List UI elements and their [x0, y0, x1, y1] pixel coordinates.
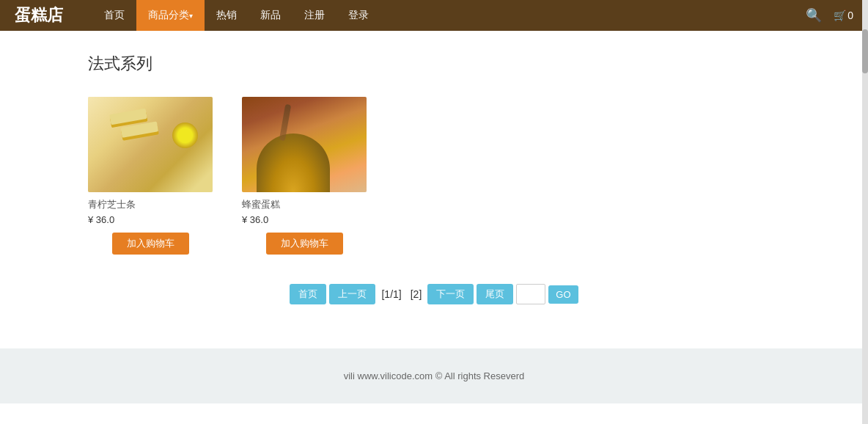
go-button[interactable]: GO [548, 285, 578, 304]
product-name: 蜂蜜蛋糕 [242, 198, 367, 211]
first-page-button[interactable]: 首页 [290, 284, 326, 304]
nav-category-label: 商品分类 [148, 9, 189, 22]
nav-new[interactable]: 新品 [249, 0, 293, 31]
nav-hot[interactable]: 热销 [205, 0, 249, 31]
main-content: 法式系列 青柠芝士条 ¥ 36.0 加入购物车 蜂蜜蛋糕 ¥ 36.0 加入购物… [0, 31, 868, 348]
site-logo: 蛋糕店 [15, 4, 63, 26]
main-nav: 首页 商品分类 ▾ 热销 新品 注册 登录 [92, 0, 380, 31]
cart-button[interactable]: 🛒 0 [834, 10, 853, 21]
product-name: 青柠芝士条 [88, 198, 213, 211]
product-image-lemon [88, 97, 213, 192]
site-footer: vili www.vilicode.com © All rights Resev… [0, 348, 868, 403]
last-page-button[interactable]: 尾页 [477, 284, 513, 304]
product-image-honey [242, 97, 367, 192]
page-current-info: [1/1] [378, 288, 404, 300]
product-card: 蜂蜜蛋糕 ¥ 36.0 加入购物车 [242, 97, 367, 255]
nav-login[interactable]: 登录 [336, 0, 380, 31]
footer-text: vili www.vilicode.com © All rights Resev… [344, 370, 525, 381]
scrollbar[interactable] [862, 0, 868, 403]
cart-icon: 🛒 [834, 10, 846, 21]
page-number-input[interactable] [516, 284, 545, 304]
chevron-down-icon: ▾ [189, 12, 193, 20]
product-image-visual [88, 97, 213, 192]
product-price: ¥ 36.0 [242, 214, 367, 225]
product-grid: 青柠芝士条 ¥ 36.0 加入购物车 蜂蜜蛋糕 ¥ 36.0 加入购物车 [88, 97, 780, 255]
main-header: 蛋糕店 首页 商品分类 ▾ 热销 新品 注册 登录 🔍 🛒 0 [0, 0, 868, 31]
scrollbar-thumb[interactable] [862, 29, 868, 73]
cart-count: 0 [847, 10, 853, 21]
page-title: 法式系列 [88, 53, 780, 75]
nav-home[interactable]: 首页 [92, 0, 136, 31]
prev-page-button[interactable]: 上一页 [329, 284, 375, 304]
search-button[interactable]: 🔍 [806, 7, 822, 23]
next-page-button[interactable]: 下一页 [427, 284, 474, 304]
nav-category[interactable]: 商品分类 ▾ [136, 0, 205, 31]
product-price: ¥ 36.0 [88, 214, 213, 225]
add-to-cart-button[interactable]: 加入购物车 [112, 233, 189, 255]
product-card: 青柠芝士条 ¥ 36.0 加入购物车 [88, 97, 213, 255]
header-right: 🔍 🛒 0 [806, 7, 853, 23]
add-to-cart-button[interactable]: 加入购物车 [266, 233, 343, 255]
pagination: 首页 上一页 [1/1] [2] 下一页 尾页 GO [88, 284, 780, 304]
page-last-info: [2] [408, 288, 425, 300]
nav-register[interactable]: 注册 [293, 0, 336, 31]
product-image-visual [242, 97, 367, 192]
